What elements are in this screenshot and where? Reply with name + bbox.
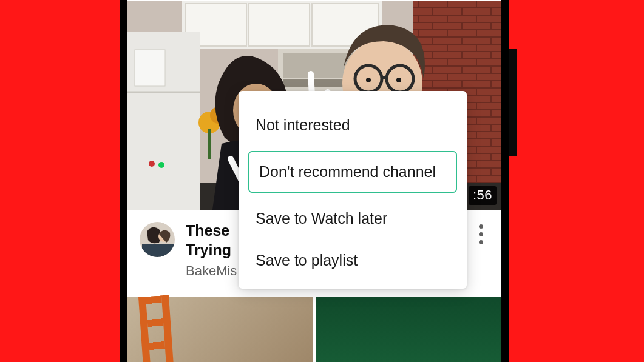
context-menu: Not interested Don't recommend channel S… xyxy=(239,91,467,289)
menu-item-save-playlist[interactable]: Save to playlist xyxy=(239,240,467,281)
svg-rect-3 xyxy=(249,4,310,46)
svg-point-30 xyxy=(366,78,371,82)
svg-point-17 xyxy=(158,162,164,168)
svg-point-16 xyxy=(149,161,155,167)
duration-badge: :56 xyxy=(469,186,497,205)
channel-avatar[interactable] xyxy=(140,222,175,257)
kebab-dot-icon xyxy=(479,240,483,244)
svg-rect-20 xyxy=(208,129,211,159)
menu-item-not-interested[interactable]: Not interested xyxy=(239,104,467,146)
more-options-button[interactable] xyxy=(470,221,492,244)
kebab-dot-icon xyxy=(479,224,483,229)
svg-rect-15 xyxy=(135,50,165,86)
next-video-thumb[interactable] xyxy=(316,297,501,362)
phone-side-button xyxy=(509,49,517,156)
ladder-graphic xyxy=(138,295,177,362)
kebab-dot-icon xyxy=(479,232,483,236)
svg-point-31 xyxy=(396,78,401,82)
next-video-thumb[interactable] xyxy=(127,297,313,362)
svg-rect-38 xyxy=(142,244,174,257)
next-videos-row xyxy=(127,297,501,362)
menu-item-dont-recommend-channel[interactable]: Don't recommend channel xyxy=(248,151,457,193)
menu-item-save-watch-later[interactable]: Save to Watch later xyxy=(239,198,467,240)
